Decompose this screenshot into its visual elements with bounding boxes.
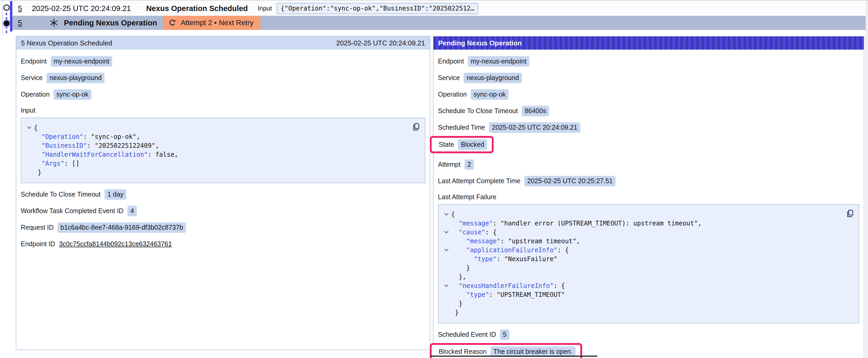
event-id-link[interactable]: 5 — [18, 19, 22, 27]
code-line-gutter — [25, 159, 34, 168]
code-line-gutter — [442, 290, 451, 299]
code-line-text: "type": "UPSTREAM_TIMEOUT" — [451, 290, 565, 299]
field-value-badge: nexus-playground — [464, 73, 522, 83]
scheduled-panel-title: 5 Nexus Operation Scheduled — [21, 39, 112, 47]
code-line-gutter — [25, 141, 34, 150]
code-line-text: "type": "NexusFailure" — [451, 255, 557, 263]
field-row-endpoint: Endpoint my-nexus-endpoint — [438, 56, 859, 67]
scheduled-panel-content: Endpoint my-nexus-endpoint Service nexus… — [16, 50, 430, 249]
field-value-badge: sync-op-ok — [54, 89, 91, 100]
scheduled-panel-timestamp: 2025-02-25 UTC 20:24:09.21 — [336, 39, 425, 47]
code-line-gutter — [442, 228, 451, 237]
field-row-operation: Operation sync-op-ok — [438, 89, 859, 100]
code-line: { — [442, 210, 854, 219]
state-value-badge: Blocked — [458, 139, 487, 150]
event-input-preview-badge: {"Operation":"sync-op-ok","BusinessID":"… — [277, 3, 479, 14]
collapse-chevron-icon[interactable] — [444, 211, 448, 216]
field-row-scheduled-event-id: Scheduled Event ID 5 — [438, 329, 859, 340]
collapse-chevron-icon[interactable] — [444, 283, 448, 287]
code-line: "applicationFailureInfo": { — [442, 246, 854, 255]
event-row-scheduled[interactable]: 5 2025-02-25 UTC 20:24:09.21 Nexus Opera… — [12, 1, 866, 16]
input-section-label: Input — [21, 106, 425, 114]
code-line: "nexusHandlerFailureInfo": { — [442, 281, 854, 290]
code-line-text: { — [34, 123, 37, 132]
timeline-event-dot-active-icon — [4, 21, 9, 26]
field-label: Attempt — [438, 161, 461, 168]
code-line-gutter — [442, 272, 451, 281]
event-row-pending[interactable]: 5 Pending Nexus Operation Attempt 2 • Ne… — [12, 16, 866, 30]
field-value-badge: my-nexus-endpoint — [468, 56, 530, 67]
code-line-text: "BusinessID": "20250225122409", — [34, 141, 159, 150]
field-row-service: Service nexus-playground — [21, 72, 425, 83]
field-label: Schedule To Close Timeout — [438, 107, 518, 115]
code-line-gutter — [442, 255, 451, 263]
code-line: "cause": { — [442, 228, 854, 237]
code-line: "type": "NexusFailure" — [442, 255, 854, 263]
field-value-badge: my-nexus-endpoint — [51, 56, 113, 67]
field-value-badge: b1c6a4bc-8ee7-468a-9169-df3b02c8737b — [58, 222, 186, 233]
event-id-link[interactable]: 5 — [18, 4, 22, 13]
code-line-text: "Args": [] — [34, 159, 79, 168]
code-line: }, — [442, 272, 854, 281]
field-label: Scheduled Time — [438, 124, 485, 131]
collapse-chevron-icon[interactable] — [27, 125, 31, 129]
code-line: "message": "upstream timeout", — [442, 237, 854, 246]
code-line-text: } — [451, 299, 462, 308]
copy-icon — [412, 122, 420, 131]
code-line-gutter — [25, 168, 34, 177]
field-row-service: Service nexus-playground — [438, 72, 859, 83]
input-json-viewer: { "Operation": "sync-op-ok", "BusinessID… — [21, 118, 425, 183]
pending-panel-title: Pending Nexus Operation — [438, 39, 522, 47]
code-line-gutter — [25, 150, 34, 159]
code-line: } — [442, 263, 854, 272]
field-label: Service — [21, 74, 42, 82]
endpoint-id-link[interactable]: 3c0c75ccfa8144b092c13ce632463761 — [59, 240, 172, 248]
code-line-text: { — [451, 210, 455, 219]
code-line-text: } — [34, 168, 41, 177]
field-value-badge: 5 — [500, 329, 509, 340]
copy-button[interactable] — [412, 122, 421, 132]
code-line: } — [25, 168, 420, 177]
copy-button[interactable] — [846, 208, 855, 218]
field-label: Last Attempt Complete Time — [438, 177, 521, 185]
event-input-label: Input — [258, 5, 272, 12]
scheduled-panel-header: 5 Nexus Operation Scheduled 2025-02-25 U… — [16, 36, 430, 50]
event-timestamp: 2025-02-25 UTC 20:24:09.21 — [32, 4, 131, 13]
retry-icon — [168, 19, 177, 27]
collapse-chevron-icon[interactable] — [444, 229, 448, 233]
code-line-gutter — [25, 132, 34, 141]
event-title: Pending Nexus Operation — [64, 19, 157, 27]
code-line-gutter — [442, 299, 451, 308]
code-line-text: "HandlerWaitForCancellation": false, — [34, 150, 178, 159]
code-line: "Args": [] — [25, 159, 420, 168]
code-line-gutter — [25, 123, 34, 132]
collapse-chevron-icon[interactable] — [444, 247, 448, 251]
code-line-text: "cause": { — [451, 228, 497, 237]
vertical-scrollbar[interactable] — [866, 1, 868, 358]
field-value-badge: 2025-02-25 UTC 20:25:27.51 — [524, 176, 616, 186]
code-line-gutter — [442, 210, 451, 219]
code-line-gutter — [442, 219, 451, 228]
code-line-gutter — [442, 281, 451, 290]
pending-panel-header: Pending Nexus Operation — [433, 36, 864, 50]
code-line-text: "Operation": "sync-op-ok", — [34, 132, 140, 141]
field-value-badge: sync-op-ok — [471, 89, 508, 100]
field-value-badge: 2 — [464, 159, 474, 170]
failure-json-viewer: { "message": "handler error (UPSTREAM_TI… — [438, 204, 859, 323]
field-row-scheduled-time: Scheduled Time 2025-02-25 UTC 20:24:09.2… — [438, 122, 859, 133]
code-line: "Operation": "sync-op-ok", — [25, 132, 420, 141]
code-line: "type": "UPSTREAM_TIMEOUT" — [442, 290, 854, 299]
field-label: Workflow Task Completed Event ID — [21, 207, 123, 215]
field-row-state: State Blocked — [439, 139, 487, 150]
code-line-text: "message": "handler error (UPSTREAM_TIME… — [451, 219, 702, 228]
field-label: Operation — [438, 91, 467, 98]
field-label: Schedule To Close Timeout — [21, 191, 101, 198]
field-label: Blocked Reason — [439, 348, 487, 355]
pending-panel-content: Endpoint my-nexus-endpoint Service nexus… — [433, 50, 864, 358]
field-value-badge: nexus-playground — [46, 73, 104, 83]
code-line-gutter — [442, 246, 451, 255]
field-value-badge: 4 — [127, 206, 137, 216]
field-value-badge: 1 day — [104, 189, 126, 200]
code-line: } — [442, 299, 854, 308]
code-line-text: }, — [451, 272, 466, 281]
